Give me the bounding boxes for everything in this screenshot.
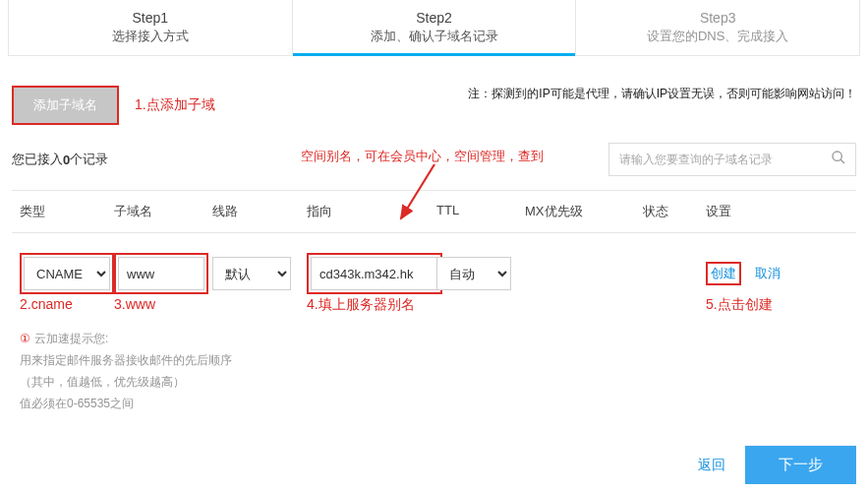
col-type: 类型 [20, 203, 114, 220]
point-input[interactable] [311, 257, 438, 290]
col-status: 状态 [643, 203, 706, 220]
warning-icon: ① [20, 332, 30, 345]
step-tabs: Step1 选择接入方式 Step2 添加、确认子域名记录 Step3 设置您的… [8, 0, 860, 56]
svg-point-0 [833, 152, 841, 160]
hint-line-4: 值必须在0-65535之间 [20, 397, 134, 410]
col-ttl: TTL [436, 203, 525, 220]
step-1-title: Step1 [9, 10, 292, 26]
row-annotations: 2.cname 3.www 4.填上服务器别名 5.点击创建 [12, 296, 856, 314]
toolbar: 添加子域名 1.点添加子域 注：探测到的IP可能是代理，请确认IP设置无误，否则… [12, 86, 856, 125]
hint-block: ①云加速提示您: 用来指定邮件服务器接收邮件的先后顺序 （其中，值越低，优先级越… [20, 328, 848, 414]
search-box [608, 143, 856, 176]
ttl-select[interactable]: 自动 [436, 257, 511, 290]
status-prefix: 您已接入 [12, 151, 63, 168]
anno-4: 4.填上服务器别名 [307, 296, 436, 314]
step-1[interactable]: Step1 选择接入方式 [9, 0, 293, 55]
step-3-sub: 设置您的DNS、完成接入 [576, 28, 859, 45]
table-header: 类型 子域名 线路 指向 TTL MX优先级 状态 设置 [12, 190, 856, 233]
anno-box-sub [114, 253, 208, 294]
anno-3: 3.www [114, 296, 212, 314]
step-2-title: Step2 [293, 10, 576, 26]
search-icon[interactable] [822, 150, 855, 169]
anno-2: 2.cname [20, 296, 114, 314]
col-line: 线路 [212, 203, 307, 220]
hint-line-2: 用来指定邮件服务器接收邮件的先后顺序 [20, 353, 232, 367]
anno-box-create: 创建 [706, 262, 741, 285]
anno-box-add: 添加子域名 [12, 86, 119, 125]
status-count: 0 [63, 153, 70, 167]
step-2-sub: 添加、确认子域名记录 [293, 28, 576, 45]
col-sub: 子域名 [114, 203, 212, 220]
anno-alias: 空间别名，可在会员中心，空间管理，查到 [301, 148, 544, 165]
step-1-sub: 选择接入方式 [9, 28, 292, 45]
anno-box-type: CNAME [20, 253, 114, 294]
step-3[interactable]: Step3 设置您的DNS、完成接入 [576, 0, 859, 55]
type-select[interactable]: CNAME [24, 257, 110, 290]
back-link[interactable]: 返回 [698, 457, 725, 474]
anno-arrow [0, 0, 868, 492]
col-point: 指向 [307, 203, 436, 220]
anno-1: 1.点添加子域 [135, 96, 215, 114]
hint-line-1: 云加速提示您: [34, 332, 108, 345]
hint-line-3: （其中，值越低，优先级越高） [20, 375, 185, 389]
next-button[interactable]: 下一步 [745, 446, 856, 484]
create-link[interactable]: 创建 [711, 266, 736, 280]
cancel-link[interactable]: 取消 [755, 265, 781, 282]
line-select[interactable]: 默认 [212, 257, 291, 290]
svg-line-1 [840, 159, 844, 163]
add-subdomain-button[interactable]: 添加子域名 [14, 88, 117, 123]
anno-5: 5.点击创建 [706, 296, 804, 314]
footer: 返回 下一步 [698, 446, 856, 484]
subdomain-input[interactable] [118, 257, 204, 290]
col-mx: MX优先级 [525, 203, 643, 220]
col-set: 设置 [706, 203, 804, 220]
anno-box-point [307, 253, 442, 294]
record-row: CNAME 默认 自动 创建 取消 [12, 253, 856, 294]
search-input[interactable] [609, 153, 822, 166]
step-2[interactable]: Step2 添加、确认子域名记录 [293, 0, 577, 55]
step-3-title: Step3 [576, 10, 859, 26]
ip-warning-note: 注：探测到的IP可能是代理，请确认IP设置无误，否则可能影响网站访问！ [468, 86, 856, 102]
status-suffix: 个记录 [70, 151, 108, 168]
